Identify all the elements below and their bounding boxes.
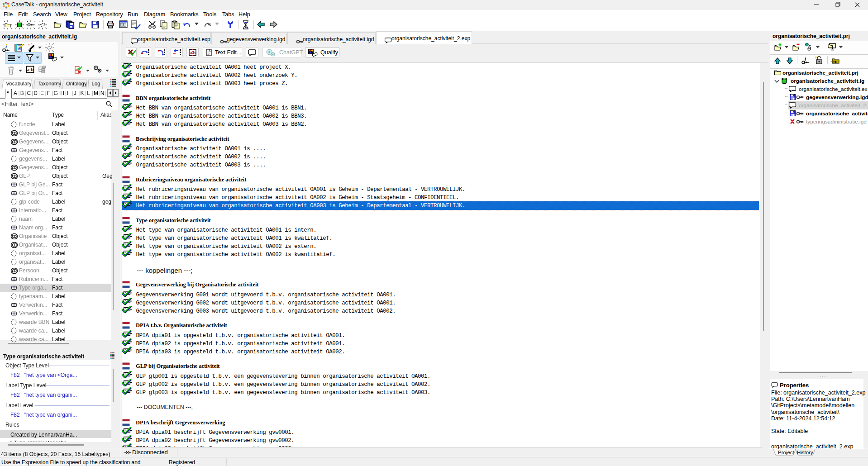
- svg-text:b: b: [193, 50, 196, 55]
- svg-text:a: a: [27, 67, 29, 72]
- svg-text:i: i: [805, 56, 806, 62]
- svg-text:Project: Project: [778, 450, 795, 455]
- svg-text:b: b: [31, 67, 34, 72]
- svg-text:a: a: [190, 50, 192, 55]
- svg-text:History: History: [797, 450, 813, 455]
